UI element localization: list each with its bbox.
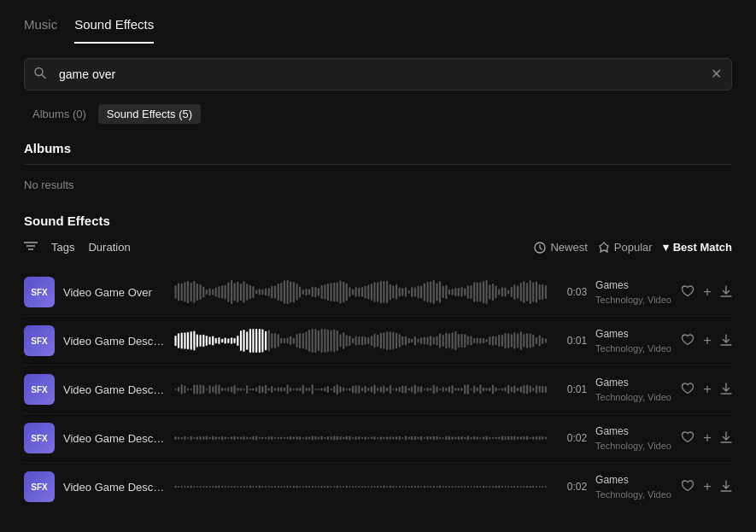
albums-title: Albums	[24, 141, 732, 165]
waveform-4[interactable]	[174, 475, 548, 499]
svg-rect-415	[318, 436, 319, 439]
waveform-2[interactable]	[174, 377, 548, 401]
svg-rect-41	[284, 280, 285, 304]
svg-rect-278	[268, 389, 270, 391]
svg-rect-389	[237, 437, 238, 440]
svg-rect-297	[327, 386, 329, 393]
svg-rect-292	[312, 384, 314, 395]
waveform-0[interactable]	[174, 280, 548, 304]
svg-rect-123	[539, 284, 541, 300]
svg-rect-536	[318, 486, 319, 488]
favorite-icon-2[interactable]	[681, 382, 694, 398]
svg-rect-370	[178, 436, 179, 439]
svg-rect-244	[539, 336, 541, 347]
tab-sound-effects[interactable]: Sound Effects	[74, 10, 154, 44]
svg-rect-481	[523, 436, 525, 440]
sort-newest[interactable]: Newest	[534, 241, 587, 254]
svg-rect-519	[265, 486, 267, 488]
svg-rect-194	[383, 332, 384, 349]
clear-icon[interactable]: ✕	[711, 67, 722, 81]
add-icon-2[interactable]: +	[703, 381, 712, 398]
svg-rect-429	[361, 437, 363, 439]
search-input[interactable]	[24, 58, 732, 91]
svg-rect-566	[411, 486, 413, 488]
svg-rect-106	[486, 280, 488, 304]
svg-rect-397	[261, 437, 263, 440]
svg-rect-465	[473, 436, 475, 440]
download-icon-1[interactable]	[720, 333, 732, 349]
svg-rect-293	[314, 389, 316, 390]
svg-rect-542	[337, 486, 338, 488]
svg-rect-460	[458, 436, 460, 440]
svg-rect-341	[464, 385, 466, 395]
svg-rect-128	[178, 333, 179, 348]
svg-rect-269	[240, 388, 242, 390]
svg-rect-398	[265, 437, 267, 440]
download-icon-4[interactable]	[720, 479, 732, 495]
svg-rect-138	[208, 336, 210, 345]
download-icon-0[interactable]	[720, 284, 732, 301]
add-icon-3[interactable]: +	[703, 430, 712, 447]
svg-rect-468	[483, 436, 484, 440]
svg-rect-549	[358, 486, 360, 488]
svg-rect-70	[373, 282, 375, 301]
favorite-icon-4[interactable]	[681, 479, 694, 495]
svg-rect-431	[367, 437, 369, 439]
download-icon-3[interactable]	[720, 430, 732, 447]
svg-rect-322	[405, 386, 407, 394]
duration-button[interactable]: Duration	[88, 241, 130, 254]
svg-rect-227	[486, 339, 488, 342]
svg-rect-217	[454, 331, 456, 351]
svg-rect-309	[364, 386, 366, 394]
svg-rect-403	[280, 437, 282, 440]
svg-rect-151	[249, 329, 251, 353]
download-icon-2[interactable]	[720, 382, 732, 398]
svg-rect-207	[424, 337, 425, 345]
track-tags-1: Games Technology, Video	[595, 326, 672, 356]
svg-rect-250	[181, 384, 183, 395]
svg-rect-51	[314, 287, 316, 297]
svg-rect-19	[215, 287, 217, 296]
svg-rect-435	[380, 436, 382, 440]
svg-rect-155	[261, 330, 263, 353]
header-nav: Music Sound Effects	[0, 0, 756, 44]
favorite-icon-1[interactable]	[681, 333, 694, 349]
svg-rect-256	[200, 385, 202, 395]
svg-rect-259	[208, 385, 210, 394]
svg-rect-372	[184, 436, 185, 441]
svg-rect-158	[271, 333, 273, 348]
track-duration-2: 0:01	[556, 383, 587, 395]
tags-button[interactable]: Tags	[51, 241, 74, 254]
waveform-1[interactable]	[174, 329, 548, 353]
add-icon-1[interactable]: +	[703, 332, 712, 349]
favorite-icon-3[interactable]	[681, 430, 694, 447]
add-icon-0[interactable]: +	[703, 284, 712, 301]
sort-best-match[interactable]: ▾ Best Match	[663, 241, 732, 254]
filter-tab-sfx[interactable]: Sound Effects (5)	[98, 104, 201, 124]
svg-rect-49	[308, 289, 310, 295]
svg-rect-582	[460, 486, 462, 488]
svg-rect-277	[265, 385, 267, 394]
waveform-3[interactable]	[174, 426, 548, 450]
svg-rect-342	[467, 384, 469, 395]
sort-popular[interactable]: Popular	[598, 241, 653, 254]
svg-rect-480	[520, 436, 522, 440]
svg-rect-156	[265, 331, 267, 350]
track-name-1: Video Game Desce...	[63, 335, 166, 348]
svg-rect-374	[190, 436, 192, 441]
filter-tab-albums[interactable]: Albums (0)	[24, 104, 95, 124]
svg-rect-324	[411, 387, 413, 393]
svg-rect-254	[193, 385, 195, 395]
favorite-icon-0[interactable]	[681, 284, 694, 301]
add-icon-4[interactable]: +	[703, 478, 712, 495]
svg-rect-252	[187, 389, 189, 391]
svg-rect-600	[517, 486, 519, 488]
svg-rect-196	[390, 331, 391, 350]
svg-rect-109	[495, 286, 496, 299]
svg-rect-232	[501, 335, 503, 347]
tab-music[interactable]: Music	[24, 10, 57, 44]
svg-rect-184	[352, 338, 354, 343]
track-row: SFX Video Game Over 0:03 Games Technolog…	[24, 268, 732, 317]
svg-rect-602	[523, 486, 525, 488]
filter-icon[interactable]	[24, 240, 38, 254]
